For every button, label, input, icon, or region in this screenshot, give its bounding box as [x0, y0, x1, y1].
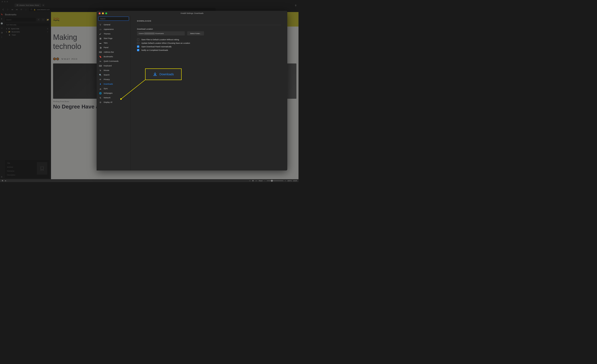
glasses-icon [53, 57, 59, 61]
checkbox-notify[interactable]: Notify on Completed Downloads [137, 49, 281, 51]
brush-icon: 🖌 [99, 32, 102, 35]
callout-connector [121, 80, 146, 101]
browser-tab[interactable]: Lifewire: Tech News, Revie [15, 4, 41, 7]
sidebar-item-keyboard[interactable]: ⌨Keyboard [98, 63, 129, 68]
sidebar-item-themes[interactable]: 🖌Themes [98, 32, 129, 36]
eye-icon: 👁 [99, 78, 102, 81]
download-location-input[interactable]: /Users/ /Downloads [137, 31, 185, 35]
reset-zoom-button[interactable]: Reset [259, 180, 262, 182]
notes-rail-icon[interactable]: ▭ [1, 27, 3, 29]
back-button[interactable] [2, 8, 5, 11]
sidebar-item-startpage[interactable]: ▦Start Page [98, 36, 129, 41]
lock-icon: 🔒 [34, 9, 36, 11]
new-folder-button[interactable]: 📁 [46, 18, 49, 21]
globe-icon: 🌐 [99, 92, 102, 94]
zoom-slider[interactable] [267, 181, 283, 181]
sort-label[interactable]: Sort Manually [5, 23, 49, 26]
sidebar-item-search[interactable]: 🔍Search [98, 73, 129, 77]
gear-icon: ⚙ [99, 101, 102, 103]
callout-label: Downloads [159, 73, 174, 76]
sidebar-item-tabs[interactable]: ▬Tabs [98, 41, 129, 45]
detail-description-label: Description [7, 174, 15, 176]
code-icon[interactable]: <> [255, 180, 257, 182]
trash-icon: 🗑 [9, 34, 10, 36]
panel-toggle-icon[interactable]: ◨ [2, 180, 3, 182]
detail-title-label: Title [7, 162, 15, 164]
settings-search-input[interactable] [98, 16, 129, 21]
folder-label: Bookmarks [12, 31, 20, 33]
folder-count: 7 [47, 31, 48, 33]
sidebar-item-quickcommands[interactable]: ≫Quick Commands [98, 59, 129, 63]
folder-icon: 📁 [8, 31, 10, 33]
traffic-max[interactable] [7, 1, 8, 2]
traffic-close[interactable] [2, 1, 3, 2]
download-icon [153, 72, 157, 77]
bookmarks-search-input[interactable] [5, 18, 36, 22]
vivaldi-icon: V [99, 24, 102, 26]
cloud-icon: ☁ [99, 87, 102, 90]
what-label: WHAT PEO [61, 58, 78, 60]
panel-toolbar: + − 📁 [5, 18, 49, 22]
bookmark-folder-trash[interactable]: 🗑 Trash [5, 33, 49, 37]
sidebar-item-panel[interactable]: ◨Panel [98, 45, 129, 50]
settings-maximize-button[interactable] [105, 12, 107, 14]
network-icon: ⇅ [99, 96, 102, 99]
sidebar-item-appearance[interactable]: ▭Appearance [98, 27, 129, 32]
detail-address-label: Address [7, 166, 15, 168]
add-panel-icon[interactable]: + [1, 36, 3, 38]
url-text: www.lifewire.com [37, 9, 49, 11]
checkbox-icon [137, 45, 139, 48]
home-button[interactable]: ⌂ [24, 8, 27, 11]
folder-label: Trash [12, 34, 16, 36]
folder-label: Speed Dial [11, 28, 19, 30]
checkbox-icon [137, 38, 139, 41]
add-bookmark-button[interactable]: + [37, 18, 40, 21]
tile-icon[interactable]: ▭ [249, 180, 251, 182]
settings-titlebar[interactable]: Vivaldi Settings: Downloads [97, 11, 287, 16]
reload-button[interactable]: ⟳ [20, 8, 23, 11]
checkbox-open-panel[interactable]: Open Download Panel Automatically [137, 45, 281, 48]
bookmarks-panel: Bookmarks + − 📁 Sort Manually ▸ ⊞ Speed … [3, 12, 51, 179]
clock: 16:29 [293, 180, 297, 182]
bookmark-folder-speeddial[interactable]: ▸ ⊞ Speed Dial 8 [5, 27, 49, 30]
sidebar-item-displayall[interactable]: ⚙Display All [98, 100, 129, 104]
sidebar-item-general[interactable]: VGeneral [98, 22, 129, 27]
bookmarks-rail-icon[interactable]: 🔖 [1, 13, 3, 15]
download-icon: ⬇ [99, 83, 102, 85]
select-folder-button[interactable]: Select Folder... [187, 31, 204, 35]
history-rail-icon[interactable]: 🕓 [1, 22, 3, 24]
sidebar-item-bookmarks[interactable]: 🔖Bookmarks [98, 54, 129, 59]
sidebar-item-mouse[interactable]: 🖱Mouse [98, 68, 129, 73]
downloads-rail-icon[interactable]: ⬇ [1, 18, 3, 20]
zoom-slider-thumb[interactable] [271, 180, 273, 182]
tab-title: Lifewire: Tech News, Revie [19, 4, 39, 6]
sidebar-item-addressbar[interactable]: ⌨Address Bar [98, 50, 129, 54]
zoom-in-button[interactable]: + [285, 180, 286, 182]
section-title: DOWNLOADS [137, 20, 281, 22]
settings-close-button[interactable] [99, 12, 101, 14]
bookmark-icon: 🔖 [99, 55, 102, 58]
panel-icon: ◨ [99, 46, 102, 49]
traffic-min[interactable] [4, 1, 5, 2]
settings-minimize-button[interactable] [102, 12, 104, 14]
chevron-right-icon: ▸ [6, 28, 7, 30]
checkbox-save-default[interactable]: Save Files to Default Location Without A… [137, 38, 281, 41]
forward-button[interactable] [6, 8, 9, 11]
bookmark-folder-bookmarks[interactable]: ▸ 📁 Bookmarks 7 [5, 30, 49, 33]
chevron-right-icon: ▸ [6, 31, 7, 33]
zoom-out-button[interactable]: − [264, 180, 265, 182]
rewind-button[interactable]: ⏮ [11, 8, 14, 11]
new-tab-button[interactable]: + [42, 4, 45, 7]
folder-icon: ⊞ [8, 28, 10, 30]
settings-rail-icon[interactable]: ⚙ [1, 176, 3, 178]
remove-bookmark-button[interactable]: − [41, 18, 45, 21]
search-icon: 🔍 [99, 74, 102, 76]
image-icon[interactable]: 🖼 [252, 180, 254, 182]
sync-status-icon[interactable]: ☁ [5, 180, 6, 182]
trash-icon[interactable]: 🗑 [295, 4, 297, 7]
window-rail-icon[interactable]: ◨ [1, 32, 3, 34]
mouse-icon: 🖱 [99, 69, 102, 71]
fastforward-button[interactable]: ⏭ [15, 8, 18, 11]
settings-content: DOWNLOADS Download Location /Users/ /Dow… [131, 16, 287, 171]
checkbox-update-location[interactable]: Update Default Location When Choosing Sa… [137, 42, 281, 44]
